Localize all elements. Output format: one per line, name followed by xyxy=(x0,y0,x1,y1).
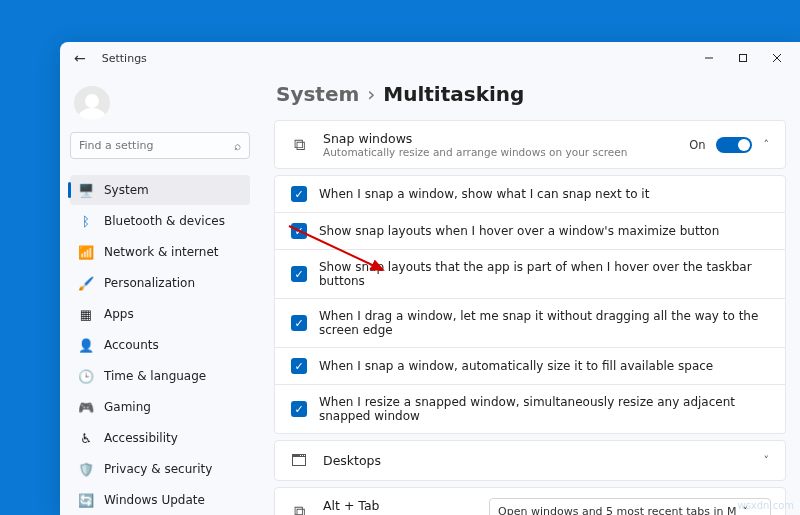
checkbox-icon[interactable]: ✓ xyxy=(291,401,307,417)
breadcrumb-parent[interactable]: System xyxy=(276,82,359,106)
snap-option-label: When I snap a window, automatically size… xyxy=(319,359,713,373)
search-icon: ⌕ xyxy=(234,139,241,153)
svg-rect-1 xyxy=(740,55,747,62)
snap-option-0[interactable]: ✓When I snap a window, show what I can s… xyxy=(274,175,786,213)
snap-option-label: When I resize a snapped window, simultan… xyxy=(319,395,769,423)
nav-label: Bluetooth & devices xyxy=(104,214,225,228)
snap-state-label: On xyxy=(689,138,705,152)
nav-icon: ᛒ xyxy=(78,214,94,229)
nav-label: Network & internet xyxy=(104,245,219,259)
breadcrumb-current: Multitasking xyxy=(383,82,524,106)
chevron-right-icon: › xyxy=(367,82,375,106)
alttab-icon: ⧉ xyxy=(289,502,309,515)
minimize-button[interactable] xyxy=(692,44,726,72)
snap-option-4[interactable]: ✓When I snap a window, automatically siz… xyxy=(274,348,786,385)
nav-label: Gaming xyxy=(104,400,151,414)
snap-windows-header[interactable]: ⧉ Snap windows Automatically resize and … xyxy=(274,120,786,169)
nav-icon: ▦ xyxy=(78,307,94,322)
snap-option-label: Show snap layouts when I hover over a wi… xyxy=(319,224,719,238)
alttab-selected-value: Open windows and 5 most recent tabs in M xyxy=(498,505,736,515)
sidebar-nav: 🖥️SystemᛒBluetooth & devices📶Network & i… xyxy=(70,175,250,515)
nav-label: System xyxy=(104,183,149,197)
nav-label: Apps xyxy=(104,307,134,321)
settings-window: ← Settings ⌕ 🖥️SystemᛒBluetooth & device… xyxy=(60,42,800,515)
nav-icon: 🔄 xyxy=(78,493,94,508)
nav-icon: 👤 xyxy=(78,338,94,353)
search-input-wrap[interactable]: ⌕ xyxy=(70,132,250,159)
content-area: System › Multitasking ⧉ Snap windows Aut… xyxy=(260,74,800,515)
alttab-dropdown[interactable]: Open windows and 5 most recent tabs in M… xyxy=(489,498,771,515)
breadcrumb: System › Multitasking xyxy=(276,82,786,106)
nav-label: Personalization xyxy=(104,276,195,290)
watermark: wsxdn.com xyxy=(737,500,794,511)
nav-label: Accounts xyxy=(104,338,159,352)
sidebar-item-accessibility[interactable]: ♿Accessibility xyxy=(70,423,250,453)
nav-icon: ♿ xyxy=(78,431,94,446)
window-controls xyxy=(692,44,794,72)
checkbox-icon[interactable]: ✓ xyxy=(291,223,307,239)
sidebar-item-apps[interactable]: ▦Apps xyxy=(70,299,250,329)
snap-option-label: When I snap a window, show what I can sn… xyxy=(319,187,649,201)
sidebar-item-windows-update[interactable]: 🔄Windows Update xyxy=(70,485,250,515)
search-input[interactable] xyxy=(79,139,234,152)
nav-icon: 🛡️ xyxy=(78,462,94,477)
avatar[interactable] xyxy=(74,86,110,120)
alttab-row: ⧉ Alt + Tab Pressing Alt + Tab shows Ope… xyxy=(274,487,786,515)
nav-label: Privacy & security xyxy=(104,462,212,476)
checkbox-icon[interactable]: ✓ xyxy=(291,358,307,374)
snap-options-list: ✓When I snap a window, show what I can s… xyxy=(274,175,786,434)
maximize-button[interactable] xyxy=(726,44,760,72)
nav-icon: 📶 xyxy=(78,245,94,260)
desktops-row[interactable]: 🗔 Desktops ˅ xyxy=(274,440,786,481)
snap-icon: ⧉ xyxy=(289,135,309,154)
snap-option-label: When I drag a window, let me snap it wit… xyxy=(319,309,769,337)
sidebar-item-personalization[interactable]: 🖌️Personalization xyxy=(70,268,250,298)
titlebar: ← Settings xyxy=(60,42,800,74)
chevron-down-icon[interactable]: ˅ xyxy=(762,454,772,467)
sidebar-item-bluetooth-devices[interactable]: ᛒBluetooth & devices xyxy=(70,206,250,236)
snap-option-3[interactable]: ✓When I drag a window, let me snap it wi… xyxy=(274,299,786,348)
nav-icon: 🕒 xyxy=(78,369,94,384)
sidebar-item-time-language[interactable]: 🕒Time & language xyxy=(70,361,250,391)
sidebar-item-system[interactable]: 🖥️System xyxy=(70,175,250,205)
checkbox-icon[interactable]: ✓ xyxy=(291,266,307,282)
nav-label: Time & language xyxy=(104,369,206,383)
snap-subtitle: Automatically resize and arrange windows… xyxy=(323,146,627,158)
alttab-title: Alt + Tab xyxy=(323,498,454,513)
app-title: Settings xyxy=(102,52,147,65)
chevron-up-icon[interactable]: ˄ xyxy=(762,138,772,151)
nav-icon: 🖥️ xyxy=(78,183,94,198)
nav-label: Accessibility xyxy=(104,431,178,445)
snap-option-5[interactable]: ✓When I resize a snapped window, simulta… xyxy=(274,385,786,434)
snap-option-2[interactable]: ✓Show snap layouts that the app is part … xyxy=(274,250,786,299)
desktops-title: Desktops xyxy=(323,453,381,468)
checkbox-icon[interactable]: ✓ xyxy=(291,315,307,331)
snap-option-label: Show snap layouts that the app is part o… xyxy=(319,260,769,288)
nav-icon: 🖌️ xyxy=(78,276,94,291)
sidebar-item-accounts[interactable]: 👤Accounts xyxy=(70,330,250,360)
sidebar-item-network-internet[interactable]: 📶Network & internet xyxy=(70,237,250,267)
sidebar-item-privacy-security[interactable]: 🛡️Privacy & security xyxy=(70,454,250,484)
sidebar-item-gaming[interactable]: 🎮Gaming xyxy=(70,392,250,422)
back-button[interactable]: ← xyxy=(74,50,86,66)
snap-option-1[interactable]: ✓Show snap layouts when I hover over a w… xyxy=(274,213,786,250)
desktops-icon: 🗔 xyxy=(289,451,309,470)
nav-label: Windows Update xyxy=(104,493,205,507)
close-button[interactable] xyxy=(760,44,794,72)
snap-title: Snap windows xyxy=(323,131,627,146)
nav-icon: 🎮 xyxy=(78,400,94,415)
sidebar: ⌕ 🖥️SystemᛒBluetooth & devices📶Network &… xyxy=(60,74,260,515)
snap-toggle[interactable] xyxy=(716,137,752,153)
checkbox-icon[interactable]: ✓ xyxy=(291,186,307,202)
